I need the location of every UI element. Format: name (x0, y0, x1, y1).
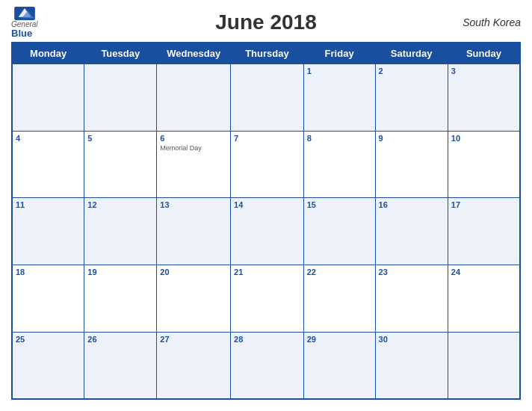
day-cell: 18 (12, 265, 84, 333)
day-number: 23 (379, 268, 445, 276)
day-cell: 26 (84, 332, 157, 399)
day-cell: 15 (303, 198, 375, 265)
day-cell: 3 (448, 64, 520, 132)
calendar-title: June 2018 (215, 10, 316, 34)
day-cell: 6Memorial Day (157, 131, 231, 198)
day-number: 28 (234, 335, 300, 344)
day-cell: 11 (12, 198, 84, 265)
logo: General Blue (11, 7, 38, 38)
day-cell: 16 (375, 198, 448, 265)
day-number: 14 (234, 200, 300, 209)
calendar-header: General Blue June 2018 South Korea (11, 7, 521, 37)
day-number: 13 (160, 200, 227, 209)
day-cell: 4 (12, 131, 84, 198)
day-cell: 12 (84, 198, 157, 265)
day-cell: 2 (375, 64, 448, 132)
day-cell: 13 (157, 198, 231, 265)
day-cell (231, 64, 304, 132)
day-number: 9 (379, 134, 445, 143)
day-cell (12, 64, 84, 132)
day-cell: 9 (375, 131, 448, 198)
month-year-title: June 2018 (215, 10, 316, 34)
header-saturday: Saturday (375, 43, 448, 64)
week-row-2: 456Memorial Day78910 (12, 131, 520, 198)
day-number: 15 (307, 200, 372, 209)
day-number: 7 (234, 134, 300, 143)
logo-blue-text: Blue (11, 28, 32, 38)
day-cell: 29 (303, 332, 375, 399)
week-row-4: 18192021222324 (12, 265, 520, 333)
day-number: 10 (451, 134, 516, 143)
day-number: 30 (379, 335, 445, 344)
day-number: 27 (160, 335, 227, 344)
day-number: 25 (16, 335, 81, 344)
day-number: 16 (379, 200, 445, 209)
day-cell (157, 64, 231, 132)
header-sunday: Sunday (448, 43, 520, 64)
day-cell: 8 (303, 131, 375, 198)
day-cell: 7 (231, 131, 304, 198)
day-number: 11 (16, 200, 81, 209)
day-cell: 19 (84, 265, 157, 333)
day-cell: 10 (448, 131, 520, 198)
day-cell: 14 (231, 198, 304, 265)
week-row-3: 11121314151617 (12, 198, 520, 265)
calendar-body: 123456Memorial Day7891011121314151617181… (12, 64, 520, 400)
day-number: 29 (307, 335, 372, 344)
day-number: 3 (451, 67, 516, 75)
day-number: 26 (87, 335, 153, 344)
day-number: 24 (451, 268, 516, 276)
day-cell: 28 (231, 332, 304, 399)
day-cell: 21 (231, 265, 304, 333)
day-number: 6 (160, 134, 227, 143)
day-cell: 30 (375, 332, 448, 399)
calendar-table: Monday Tuesday Wednesday Thursday Friday… (11, 42, 521, 400)
day-cell: 20 (157, 265, 231, 333)
weekday-header-row: Monday Tuesday Wednesday Thursday Friday… (12, 43, 520, 64)
day-number: 8 (307, 134, 372, 143)
day-cell (84, 64, 157, 132)
day-number: 2 (379, 67, 445, 75)
day-number: 19 (87, 268, 153, 276)
day-number: 1 (307, 67, 372, 75)
day-number: 4 (16, 134, 81, 143)
logo-icon (14, 7, 35, 20)
country-label: South Korea (463, 16, 521, 28)
day-cell (448, 332, 520, 399)
header-friday: Friday (303, 43, 375, 64)
day-cell: 27 (157, 332, 231, 399)
day-cell: 25 (12, 332, 84, 399)
day-number: 22 (307, 268, 372, 276)
calendar-wrapper: General Blue June 2018 South Korea Monda… (0, 0, 532, 411)
header-thursday: Thursday (231, 43, 304, 64)
holiday-label: Memorial Day (160, 144, 227, 152)
day-number: 20 (160, 268, 227, 276)
day-cell: 17 (448, 198, 520, 265)
day-cell: 22 (303, 265, 375, 333)
header-tuesday: Tuesday (84, 43, 157, 64)
header-monday: Monday (12, 43, 84, 64)
day-number: 17 (451, 200, 516, 209)
day-cell: 24 (448, 265, 520, 333)
day-number: 18 (16, 268, 81, 276)
week-row-1: 123 (12, 64, 520, 132)
day-number: 5 (87, 134, 153, 143)
day-cell: 1 (303, 64, 375, 132)
day-number: 12 (87, 200, 153, 209)
day-cell: 23 (375, 265, 448, 333)
week-row-5: 252627282930 (12, 332, 520, 399)
header-wednesday: Wednesday (157, 43, 231, 64)
day-cell: 5 (84, 131, 157, 198)
day-number: 21 (234, 268, 300, 276)
